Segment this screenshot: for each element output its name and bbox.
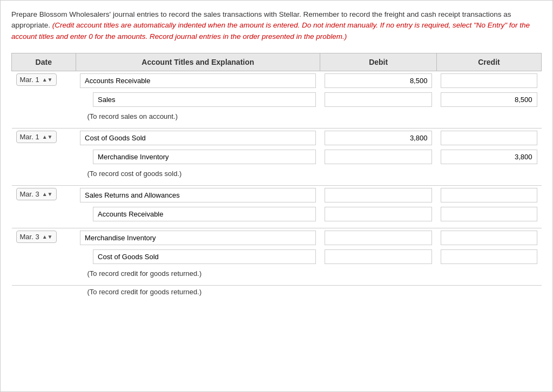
instructions-italic-text: (Credit account titles are automatically… <box>11 21 530 40</box>
debit-input-3-1[interactable] <box>325 249 433 264</box>
date-label: Mar. 3 <box>20 233 39 241</box>
credit-input-1-1[interactable] <box>441 150 537 164</box>
table-row: Mar. 3▲▼ <box>12 185 542 205</box>
table-row <box>12 205 542 224</box>
debit-input-0-1[interactable] <box>325 92 433 107</box>
credit-input-0-0[interactable] <box>441 73 537 88</box>
note-row: (To record cost of goods sold.) <box>12 166 542 186</box>
credit-input-2-1[interactable] <box>441 207 537 221</box>
dropdown-arrow-icon: ▲▼ <box>42 234 53 240</box>
journal-table: Date Account Titles and Explanation Debi… <box>11 53 542 302</box>
debit-input-1-0[interactable] <box>325 131 433 145</box>
dropdown-arrow-icon: ▲▼ <box>42 191 53 197</box>
account-input-2-0[interactable] <box>80 188 316 202</box>
date-label: Mar. 1 <box>20 133 39 141</box>
table-row <box>12 147 542 166</box>
debit-input-3-0[interactable] <box>325 231 433 245</box>
instructions-block: Prepare Blossom Wholesalers' journal ent… <box>11 9 542 42</box>
credit-input-3-1[interactable] <box>441 249 537 264</box>
bottom-note-text: (To record credit for goods returned.) <box>12 285 542 302</box>
date-label: Mar. 1 <box>20 76 39 84</box>
debit-input-2-1[interactable] <box>325 207 433 221</box>
table-row: Mar. 1▲▼ <box>12 71 542 90</box>
note-row: (To record sales on account.) <box>12 109 542 129</box>
col-header-debit: Debit <box>320 53 437 71</box>
note-text: (To record credit for goods returned.) <box>12 266 542 286</box>
bottom-note-row: (To record credit for goods returned.) <box>12 285 542 302</box>
account-input-1-1[interactable] <box>93 150 316 164</box>
table-row: Mar. 3▲▼ <box>12 228 542 247</box>
table-row: Mar. 1▲▼ <box>12 128 542 147</box>
main-container: Prepare Blossom Wholesalers' journal ent… <box>0 0 553 392</box>
date-select-group-1[interactable]: Mar. 1▲▼ <box>16 131 57 143</box>
col-header-credit: Credit <box>436 53 541 71</box>
credit-input-0-1[interactable] <box>441 92 537 107</box>
debit-input-0-0[interactable] <box>325 73 433 88</box>
dropdown-arrow-icon: ▲▼ <box>42 77 53 83</box>
note-text: (To record sales on account.) <box>12 109 542 129</box>
account-input-3-1[interactable] <box>93 249 316 264</box>
note-row: (To record credit for goods returned.) <box>12 266 542 286</box>
dropdown-arrow-icon: ▲▼ <box>42 134 53 140</box>
account-input-1-0[interactable] <box>80 131 316 145</box>
account-input-0-0[interactable] <box>80 73 316 88</box>
date-select-group-3[interactable]: Mar. 3▲▼ <box>16 231 57 243</box>
col-header-account: Account Titles and Explanation <box>76 53 320 71</box>
debit-input-2-0[interactable] <box>325 188 433 202</box>
date-select-group-0[interactable]: Mar. 1▲▼ <box>16 73 57 86</box>
spacer-row <box>12 224 542 228</box>
date-label: Mar. 3 <box>20 190 39 198</box>
note-text: (To record cost of goods sold.) <box>12 166 542 186</box>
credit-input-1-0[interactable] <box>441 131 537 145</box>
credit-input-3-0[interactable] <box>441 231 537 245</box>
credit-input-2-0[interactable] <box>441 188 537 202</box>
table-row <box>12 90 542 109</box>
col-header-date: Date <box>12 53 76 71</box>
account-input-3-0[interactable] <box>80 231 316 245</box>
debit-input-1-1[interactable] <box>325 150 433 164</box>
date-select-group-2[interactable]: Mar. 3▲▼ <box>16 188 57 200</box>
account-input-2-1[interactable] <box>93 207 316 221</box>
table-row <box>12 247 542 266</box>
account-input-0-1[interactable] <box>93 92 316 107</box>
